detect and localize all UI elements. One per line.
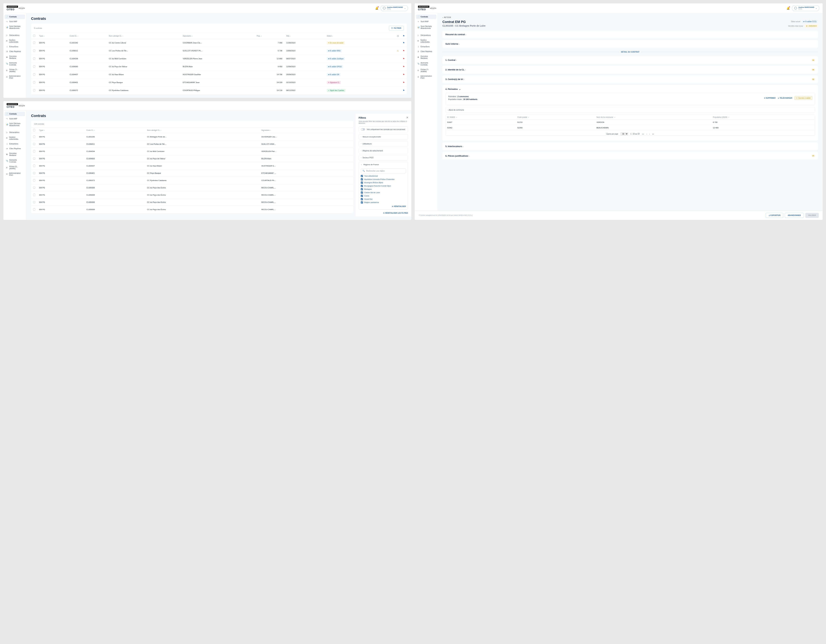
table-row[interactable]: EM PGCL006372CC Pyrénées CatalanesCOURTA… bbox=[31, 86, 407, 94]
sidebar-item[interactable]: 📄Contrats bbox=[5, 14, 25, 19]
sidebar-item[interactable]: 📊Suivi Déchets Abandonnés bbox=[5, 121, 25, 127]
cell-flag[interactable]: ⚑ bbox=[401, 39, 407, 47]
close-icon[interactable]: ✕ bbox=[406, 116, 408, 119]
sidebar-item[interactable]: ◔Citeo Repères bbox=[5, 49, 25, 54]
col-header[interactable]: Code postal ▾ bbox=[516, 115, 595, 119]
table-row[interactable]: EM PGCL006401CC Pays BasqueETCHEGARAY … bbox=[31, 169, 353, 177]
col-header[interactable]: Signataire▾ bbox=[181, 33, 255, 39]
pager-first[interactable]: ⏮ bbox=[642, 133, 644, 135]
section-resume[interactable]: Résumé du contrat › bbox=[442, 31, 818, 38]
sidebar-item[interactable]: ◔Citeo Repères bbox=[5, 146, 25, 151]
checkbox[interactable] bbox=[33, 201, 35, 203]
sidebar-item[interactable]: 🗎Fiches CL (Adélie) bbox=[416, 67, 436, 73]
checkbox[interactable] bbox=[33, 194, 35, 196]
col-header[interactable]: Màj▾ bbox=[284, 33, 325, 39]
checkbox[interactable] bbox=[33, 73, 35, 76]
sidebar-item[interactable]: ⊛Administration PGO bbox=[416, 74, 436, 80]
filter-regions-head[interactable]: ⌄ Régions de France bbox=[359, 162, 408, 167]
checkbox[interactable] bbox=[33, 50, 35, 52]
toggle-icon[interactable] bbox=[361, 128, 365, 130]
back-button[interactable]: ‹ RETOUR bbox=[442, 17, 818, 18]
checkbox[interactable] bbox=[33, 172, 35, 174]
region-checkbox[interactable]: Bourgogne-Franche-Comté Dijon bbox=[361, 185, 406, 187]
filter-button[interactable]: ▽ FILTRER bbox=[389, 26, 404, 31]
abandon-button[interactable]: ABANDONNER bbox=[785, 213, 804, 218]
checkbox-input[interactable] bbox=[361, 185, 363, 187]
checkbox-input[interactable] bbox=[361, 182, 363, 184]
sidebar-item[interactable]: ◉Données Mediane bbox=[416, 54, 436, 60]
supprimer-button[interactable]: ✕ SUPPRIMER bbox=[764, 97, 775, 99]
filter-toggle-mine[interactable]: Voir uniquement les contrats qui me conc… bbox=[359, 126, 408, 132]
checkbox[interactable] bbox=[33, 81, 35, 84]
cell-flag[interactable]: ⚑ bbox=[401, 79, 407, 86]
cell-flag[interactable]: ⚑ bbox=[401, 71, 407, 79]
table-row[interactable]: EM PGCL005008CC du Pays des ÉcrinsRICOU-… bbox=[31, 191, 353, 199]
checkbox[interactable] bbox=[33, 186, 35, 189]
checkbox[interactable] bbox=[33, 57, 35, 60]
col-header[interactable]: N° INSEE ▾ bbox=[446, 115, 516, 119]
checkbox[interactable] bbox=[33, 42, 35, 44]
section-identite[interactable]: 2. Identité de la CL › 06 bbox=[442, 66, 818, 74]
checkbox[interactable] bbox=[33, 136, 35, 138]
sidebar-item[interactable]: 📊Suivi Déchets Abandonnés bbox=[5, 24, 25, 30]
section-interlocuteurs[interactable]: 5. Interlocuteurs › bbox=[442, 143, 818, 150]
sidebar-item[interactable]: ⤓Extractions bbox=[5, 45, 25, 49]
col-header[interactable]: Type▾ bbox=[37, 127, 84, 133]
pager-last[interactable]: ⏭ bbox=[652, 133, 654, 135]
user-menu[interactable]: Justine MARCHAND CCCL ⌄ bbox=[380, 5, 408, 11]
col-header[interactable]: Population (2020) ▾ bbox=[711, 115, 815, 119]
table-row[interactable]: EM PGCL009083CC du Pays de l'AdourBUZIN … bbox=[31, 63, 407, 71]
sidebar-item[interactable]: 📎Avenants Contrats bbox=[5, 61, 25, 67]
reset-regions-button[interactable]: ⟲ RÉINITIALISER bbox=[392, 205, 406, 207]
col-header[interactable]: Type▾ bbox=[37, 33, 68, 39]
region-checkbox[interactable]: Aquitaine-Limousin-Poitou-Charentes bbox=[361, 178, 406, 180]
region-checkbox[interactable]: Corse bbox=[361, 195, 406, 197]
checkbox[interactable] bbox=[33, 89, 35, 92]
sidebar-item[interactable]: 🗎Fiches CL (Adélie) bbox=[5, 164, 25, 171]
sidebar-item[interactable]: ◉Données Mediane bbox=[5, 54, 25, 60]
donnee-valider-badge[interactable]: ☐ Donnée à valider bbox=[795, 96, 812, 100]
checkbox[interactable] bbox=[33, 143, 35, 145]
section-suivi[interactable]: Suivi interne › bbox=[442, 40, 818, 48]
notifications-icon[interactable]: 🔔 bbox=[787, 6, 790, 10]
table-row[interactable]: EM PGCL006372CC Pyrénées CatalanesCOURTA… bbox=[31, 177, 353, 184]
sidebar-item[interactable]: ⤓Extractions bbox=[5, 141, 25, 146]
sidebar-item[interactable]: ◉Données Mediane bbox=[5, 151, 25, 157]
checkbox[interactable] bbox=[33, 35, 35, 37]
col-header[interactable]: Nom abrégé CL▾ bbox=[145, 127, 259, 133]
sidebar-item[interactable]: ∿Suivi AAP bbox=[416, 19, 436, 24]
col-header[interactable]: Code CL▾ bbox=[68, 33, 107, 39]
filter-section[interactable]: ›Secteur PGO bbox=[359, 155, 408, 160]
notifications-icon[interactable]: 🔔 bbox=[375, 6, 379, 10]
sidebar-item[interactable]: ▷Déclarations bbox=[5, 130, 25, 135]
region-checkbox[interactable]: Centre-Val de Loire bbox=[361, 191, 406, 194]
checkbox[interactable] bbox=[33, 65, 35, 68]
sidebar-item[interactable]: ▷Déclarations bbox=[5, 33, 25, 37]
section-pieces[interactable]: 6. Pièces justificatives › 07 bbox=[442, 152, 818, 160]
filter-section[interactable]: ›Utilisateurs bbox=[359, 141, 408, 146]
col-header[interactable]: Nom abrégé CL▾ bbox=[107, 33, 181, 39]
table-row[interactable]: 5204252260BEAUCHEMIN12 400 bbox=[446, 125, 815, 130]
region-search[interactable]: 🔍 Rechercher une région bbox=[361, 169, 406, 173]
table-row[interactable]: EM PGCL005008CC du Pays des ÉcrinsRICOU-… bbox=[31, 206, 353, 213]
table-row[interactable]: EM PGCL036011CC Les Portes de l'Ile de F… bbox=[31, 140, 353, 148]
checkbox[interactable] bbox=[33, 157, 35, 160]
export-button[interactable]: ⤓ EXPORTER bbox=[766, 213, 783, 218]
table-row[interactable]: EM PGCL036011CC Les Portes de l'Ile de F… bbox=[31, 47, 407, 55]
table-row[interactable]: EM PGCL001035CC Bretagne Porte de LoireD… bbox=[31, 133, 353, 140]
checkbox[interactable] bbox=[33, 129, 35, 131]
checkbox-input[interactable] bbox=[361, 202, 363, 203]
telecharger-button[interactable]: ⤓ TÉLÉCHARGER bbox=[778, 97, 792, 99]
cell-flag[interactable]: ⚑ bbox=[401, 63, 407, 71]
section-centres[interactable]: 3. Centre(s) de tri › 01 bbox=[442, 75, 818, 83]
sidebar-item[interactable]: ∿Suivi AAP bbox=[5, 116, 25, 121]
reset-all-filters-button[interactable]: ⟲ RÉINITIALISER LES FILTRES bbox=[383, 212, 408, 214]
sidebar-item[interactable]: ◔Citeo Repères bbox=[416, 49, 436, 54]
table-row[interactable]: EM PGCL004264CC du Midi CorrézienVERZELE… bbox=[31, 55, 407, 63]
checkbox-input[interactable] bbox=[361, 191, 363, 194]
sidebar-item[interactable]: 📎Avenants Contrats bbox=[416, 61, 436, 67]
checkbox[interactable] bbox=[33, 150, 35, 152]
sidebar-item[interactable]: ⚙Gestion collectivités bbox=[416, 38, 436, 44]
pager-select[interactable]: 10 bbox=[621, 132, 628, 136]
col-header[interactable]: Code CL▾ bbox=[84, 127, 145, 133]
